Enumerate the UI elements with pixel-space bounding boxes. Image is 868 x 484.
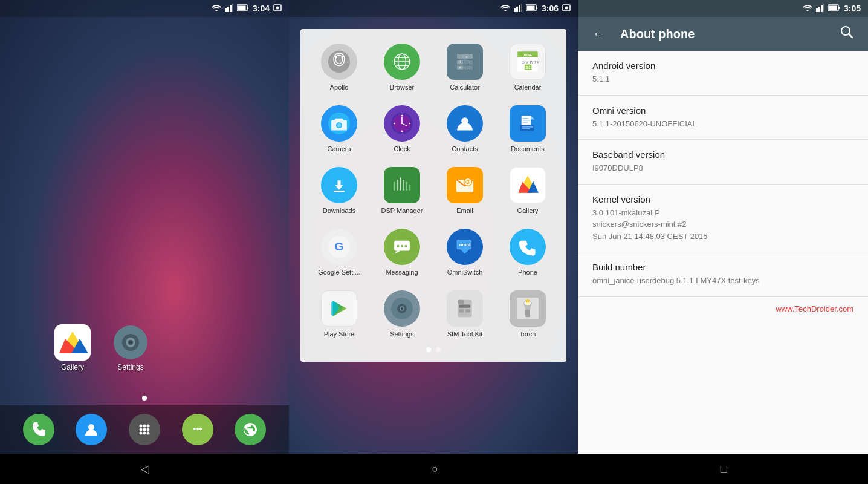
app-gallery[interactable]: Gallery (499, 162, 557, 219)
app-apollo[interactable]: Apollo (310, 39, 368, 96)
svg-rect-33 (516, 7, 518, 12)
back-button-about[interactable]: ← (588, 24, 611, 44)
apollo-label: Apollo (330, 83, 349, 91)
app-google-settings[interactable]: G Google Setti... (310, 224, 368, 281)
search-button-about[interactable] (835, 23, 858, 45)
dock-messaging-icon[interactable] (182, 414, 213, 445)
home-button-nav-about[interactable] (426, 457, 444, 482)
svg-rect-2 (230, 5, 232, 12)
browser-label: Browser (390, 83, 414, 91)
build-number-title: Build number (592, 262, 853, 272)
google-settings-label: Google Setti... (318, 269, 360, 276)
app-email[interactable]: @ Email (436, 162, 494, 219)
desktop-icon-grid: Gallery Settings (48, 324, 277, 371)
drawer-dot-1 (426, 347, 431, 352)
svg-rect-44 (335, 56, 337, 59)
app-phone[interactable]: Phone (499, 224, 557, 281)
svg-point-29 (196, 428, 199, 430)
documents-label: Documents (511, 145, 545, 152)
signal-icon-drawer (514, 4, 522, 14)
omni-version-item[interactable]: Omni version 5.1.1-20150620-UNOFFICIAL (578, 96, 868, 140)
phone-icon (510, 229, 546, 265)
torch-icon (510, 290, 546, 327)
app-settings[interactable]: Settings (373, 286, 431, 342)
desktop-settings-icon[interactable]: Settings (106, 324, 155, 371)
svg-rect-38 (526, 5, 534, 10)
home-screen: 3:04 Gallery (0, 0, 289, 484)
svg-rect-92 (522, 126, 533, 127)
android-version-item[interactable]: Android version 5.1.1 (578, 51, 868, 96)
app-calendar[interactable]: JUNES M TW T F S21 Calendar (499, 39, 557, 96)
app-grid: Apollo Browser − × +−×= Calculator JUNES… (310, 39, 557, 342)
camera-icon (321, 105, 357, 142)
svg-rect-137 (816, 8, 818, 12)
omniswitch-icon: omni (447, 229, 483, 265)
svg-point-73 (337, 123, 341, 127)
app-downloads[interactable]: Downloads (310, 162, 368, 219)
watermark: www.TechDroider.com (578, 297, 868, 321)
svg-point-23 (146, 428, 149, 431)
torch-label: Torch (520, 330, 536, 338)
clock-time-about: 3:05 (844, 4, 861, 13)
svg-rect-1 (227, 7, 229, 12)
app-torch[interactable]: Torch (499, 286, 557, 342)
back-button-nav-about[interactable] (135, 456, 155, 482)
google-settings-icon: G (321, 229, 357, 265)
baseband-version-value: I9070DDULP8 (592, 162, 853, 174)
android-version-value: 5.1.1 (592, 73, 853, 85)
svg-rect-97 (394, 182, 395, 191)
dock-contacts-icon[interactable] (76, 414, 107, 445)
svg-text:JUNE: JUNE (523, 53, 533, 57)
home-page-dots (12, 396, 277, 401)
gallery-app-icon (510, 167, 546, 203)
battery-icon-about (828, 4, 840, 13)
desktop-gallery-icon[interactable]: Gallery (48, 324, 97, 371)
svg-rect-6 (238, 5, 245, 10)
dock-browser-icon[interactable] (235, 414, 266, 445)
svg-rect-37 (536, 7, 537, 9)
screenshot-icon (273, 4, 282, 14)
svg-text:×: × (459, 65, 461, 70)
app-playstore[interactable]: Play Store (310, 286, 368, 342)
svg-point-81 (394, 123, 395, 125)
build-number-item[interactable]: Build number omni_janice-userdebug 5.1.1… (578, 252, 868, 297)
calendar-label: Calendar (514, 83, 542, 91)
svg-rect-132 (458, 300, 464, 304)
app-dsp[interactable]: DSP Manager (373, 162, 431, 219)
svg-point-24 (139, 432, 142, 435)
app-drawer-modal: Apollo Browser − × +−×= Calculator JUNES… (300, 29, 566, 362)
kernel-version-item[interactable]: Kernel version 3.0.101-mkaluzaLP snicker… (578, 185, 868, 253)
app-camera[interactable]: Camera (310, 100, 368, 157)
settings-app-icon (384, 290, 420, 327)
app-simtoolkit[interactable]: SIM Tool Kit (436, 286, 494, 342)
app-messaging[interactable]: Messaging (373, 224, 431, 281)
documents-icon (510, 105, 546, 142)
baseband-version-item[interactable]: Baseband version I9070DDULP8 (578, 140, 868, 185)
dock-apps-icon[interactable] (129, 414, 160, 445)
app-clock[interactable]: Clock (373, 100, 431, 157)
svg-rect-130 (459, 309, 464, 312)
downloads-label: Downloads (323, 207, 355, 214)
app-contacts[interactable]: Contacts (436, 100, 494, 157)
svg-point-21 (139, 428, 142, 431)
calendar-icon: JUNES M TW T F S21 (510, 44, 546, 80)
phone-label: Phone (518, 269, 537, 276)
svg-text:+: + (459, 60, 461, 64)
svg-rect-88 (523, 118, 528, 119)
svg-rect-131 (465, 309, 470, 312)
app-omniswitch[interactable]: omni OmniSwitch (436, 224, 494, 281)
home-content: Gallery Settings (0, 17, 289, 417)
playstore-icon (321, 290, 357, 327)
recent-button-nav-about[interactable] (714, 457, 733, 482)
svg-point-79 (401, 115, 403, 117)
app-browser[interactable]: Browser (373, 39, 431, 96)
dock-phone-icon[interactable] (23, 414, 54, 445)
svg-point-18 (139, 425, 142, 428)
app-documents[interactable]: Documents (499, 100, 557, 157)
apollo-icon (321, 44, 357, 80)
calculator-icon: − × +−×= (447, 44, 483, 80)
app-drawer-panel: 3:06 Apollo Browser − × (289, 0, 578, 484)
svg-point-8 (276, 6, 279, 9)
svg-point-41 (328, 51, 350, 73)
app-calculator[interactable]: − × +−×= Calculator (436, 39, 494, 96)
